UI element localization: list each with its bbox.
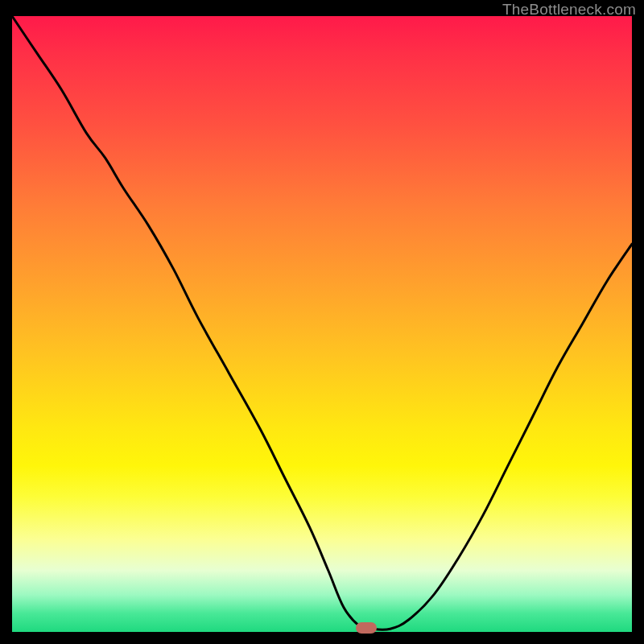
optimal-point-marker xyxy=(356,622,377,634)
chart-plot-area xyxy=(12,16,632,632)
chart-frame: TheBottleneck.com xyxy=(0,0,644,644)
bottleneck-curve xyxy=(12,16,632,632)
